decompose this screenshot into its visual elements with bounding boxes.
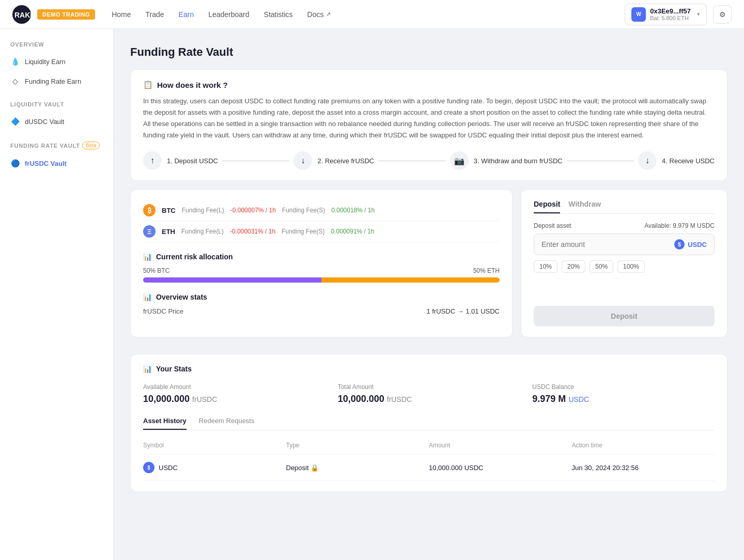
- step-2-label: 2. Receive frUSDC: [317, 157, 374, 165]
- deposit-button[interactable]: Deposit: [534, 306, 715, 326]
- row-action-time: Jun 30, 2024 20:32:56: [572, 464, 715, 472]
- pct-100-button[interactable]: 100%: [617, 260, 645, 273]
- usdc-label: USDC: [688, 241, 707, 248]
- settings-button[interactable]: ⚙: [713, 5, 732, 24]
- btc-fee-l-label: Funding Fee(L): [182, 207, 224, 214]
- wallet-icon: W: [631, 7, 646, 22]
- usdc-balance-value: 9.979 M USDC: [532, 394, 715, 405]
- chevron-down-icon: ▾: [697, 11, 700, 18]
- eth-fee-s-label: Funding Fee(S): [282, 228, 324, 235]
- alloc-labels: 50% BTC 50% ETH: [143, 267, 500, 274]
- step-4-label: 4. Receive USDC: [662, 157, 715, 165]
- sidebar-liquidity-label: LIQUIDITY VAULT: [0, 101, 113, 112]
- usdc-circle-icon: $: [674, 239, 685, 250]
- row-symbol: USDC: [159, 464, 178, 472]
- usdc-balance-label: USDC Balance: [532, 383, 715, 391]
- liquidity-earn-icon: 💧: [10, 57, 20, 66]
- col-type: Type: [286, 442, 429, 449]
- deposit-panel: Deposit Withdraw Deposit asset Available…: [521, 189, 727, 337]
- eth-fee-l-label: Funding Fee(L): [181, 228, 224, 235]
- available-balance: Available: 9.979 M USDC: [644, 222, 715, 229]
- main-nav: Home Trade Earn Leaderboard Statistics D…: [112, 10, 625, 19]
- nav-leaderboard[interactable]: Leaderboard: [208, 10, 249, 19]
- nav-statistics[interactable]: Statistics: [264, 10, 293, 19]
- step-connector-3: [567, 161, 634, 161]
- tab-deposit[interactable]: Deposit: [534, 200, 560, 213]
- sidebar-item-frusdc-vault[interactable]: 🔵 frUSDC Vault: [0, 153, 113, 173]
- deposit-asset-label: Deposit asset: [534, 222, 571, 229]
- nav-docs[interactable]: Docs ↗: [307, 10, 331, 19]
- sidebar: OVERVIEW 💧 Liquidity Earn ◇ Funding Rate…: [0, 29, 114, 560]
- rake-logo[interactable]: RAKE: [12, 5, 31, 24]
- sidebar-item-liquidity-earn[interactable]: 💧 Liquidity Earn: [0, 52, 113, 71]
- tab-redeem-requests[interactable]: Redeem Requests: [199, 417, 255, 430]
- nav-trade[interactable]: Trade: [146, 10, 164, 19]
- sidebar-item-dusdc-vault[interactable]: 🔷 dUSDC Vault: [0, 112, 113, 131]
- nav-home[interactable]: Home: [112, 10, 131, 19]
- step-3: 📷 3. Withdraw and burn frUSDC: [450, 151, 563, 170]
- sidebar-dusdc-label: dUSDC Vault: [25, 118, 64, 126]
- demo-trading-badge: DEMO TRADING: [37, 9, 95, 20]
- row-amount: 10,000.000 USDC: [429, 464, 572, 472]
- beta-badge: Beta: [82, 142, 100, 149]
- amount-input[interactable]: [541, 240, 674, 248]
- pct-10-button[interactable]: 10%: [534, 260, 557, 273]
- step-1-icon: ↑: [143, 151, 162, 170]
- wallet-address: 0x3Ee9...ff57: [650, 7, 691, 15]
- total-amount-stat: Total Amount 10,000.000 frUSDC: [338, 383, 520, 405]
- external-link-icon: ↗: [326, 11, 331, 18]
- usdc-table-icon: $: [143, 462, 154, 473]
- btc-fee-s-value: 0.000018% / 1h: [331, 207, 375, 214]
- sidebar-funding-rate-earn-label: Funding Rate Earn: [25, 77, 81, 85]
- amount-input-wrap[interactable]: $ USDC: [534, 234, 715, 255]
- btc-symbol: BTC: [162, 207, 176, 214]
- sidebar-overview-section: OVERVIEW 💧 Liquidity Earn ◇ Funding Rate…: [0, 41, 113, 91]
- frusdc-price-value: 1 frUSDC → 1.01 USDC: [426, 307, 500, 315]
- bar-chart-icon: 📊: [143, 253, 152, 261]
- btc-icon: ₿: [143, 204, 156, 216]
- eth-bar: [321, 277, 500, 283]
- eth-funding-row: Ξ ETH Funding Fee(L) -0.000031% / 1h Fun…: [143, 221, 500, 242]
- sidebar-liquidity-section: LIQUIDITY VAULT 🔷 dUSDC Vault: [0, 101, 113, 131]
- tab-withdraw[interactable]: Withdraw: [568, 200, 601, 213]
- sidebar-funding-label: FUNDING RATE VAULT: [10, 143, 80, 149]
- frusdc-price-label: frUSDC Price: [143, 307, 183, 315]
- header-right: W 0x3Ee9...ff57 Bal: 5.800 ETH ▾ ⚙: [625, 4, 732, 25]
- step-connector-2: [378, 161, 445, 161]
- pct-buttons: 10% 20% 50% 100%: [534, 260, 715, 273]
- gear-icon: ⚙: [719, 10, 726, 19]
- btc-bar: [143, 277, 321, 283]
- total-amount-label: Total Amount: [338, 383, 520, 391]
- wallet-button[interactable]: W 0x3Ee9...ff57 Bal: 5.800 ETH ▾: [625, 4, 707, 25]
- stats-chart-icon: 📊: [143, 293, 152, 301]
- dusdc-icon: 🔷: [10, 117, 20, 126]
- col-action-time: Action time: [572, 442, 715, 449]
- btc-fee-l-value: -0.000007% / 1h: [230, 207, 276, 214]
- info-icon: 📋: [143, 80, 153, 89]
- tab-asset-history[interactable]: Asset History: [143, 417, 187, 430]
- step-3-label: 3. Withdraw and burn frUSDC: [474, 157, 563, 165]
- eth-icon: Ξ: [143, 225, 156, 238]
- how-it-works-card: 📋 How does it work ? In this strategy, u…: [130, 69, 727, 181]
- usdc-balance-stat: USDC Balance 9.979 M USDC: [532, 383, 715, 405]
- overview-stats-section: 📊 Overview stats frUSDC Price 1 frUSDC →…: [143, 293, 500, 315]
- step-2: ↓ 2. Receive frUSDC: [293, 151, 374, 170]
- wallet-balance: Bal: 5.800 ETH: [650, 15, 691, 21]
- how-description: In this strategy, users can deposit USDC…: [143, 96, 715, 141]
- pct-50-button[interactable]: 50%: [590, 260, 613, 273]
- available-amount-value: 10,000.000 frUSDC: [143, 394, 326, 405]
- btc-fee-s-label: Funding Fee(S): [282, 207, 325, 214]
- sidebar-item-funding-rate-earn[interactable]: ◇ Funding Rate Earn: [0, 71, 113, 91]
- allocation-bar: [143, 277, 500, 283]
- table-header: Symbol Type Amount Action time: [143, 439, 715, 455]
- logo-area: RAKE DEMO TRADING: [12, 5, 95, 24]
- row-type: Deposit 🔒: [286, 464, 429, 472]
- funding-rate-earn-icon: ◇: [10, 76, 20, 86]
- sidebar-overview-label: OVERVIEW: [0, 41, 113, 52]
- header: RAKE DEMO TRADING Home Trade Earn Leader…: [0, 0, 744, 29]
- nav-earn[interactable]: Earn: [179, 10, 194, 19]
- your-stats-title: 📊 Your Stats: [143, 365, 715, 373]
- page-title: Funding Rate Vault: [130, 45, 727, 59]
- your-stats-icon: 📊: [143, 365, 152, 373]
- pct-20-button[interactable]: 20%: [562, 260, 585, 273]
